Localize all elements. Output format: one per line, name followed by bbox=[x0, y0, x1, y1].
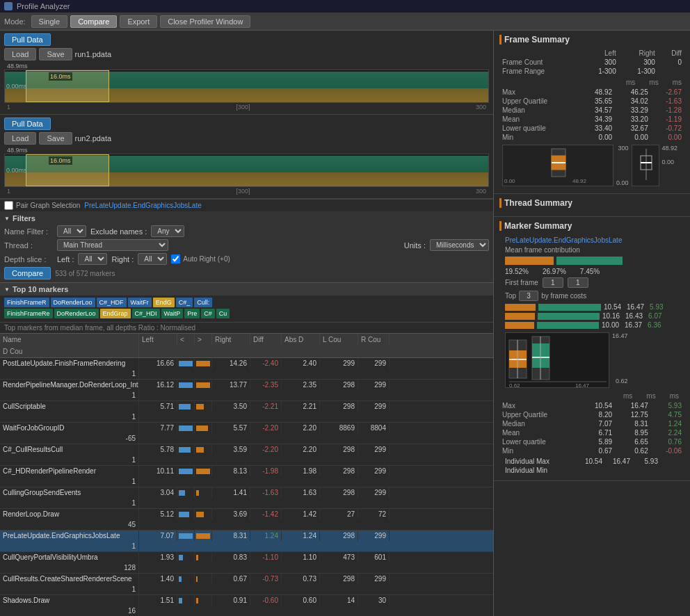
marker-tag-6[interactable]: C#_ bbox=[176, 298, 193, 307]
svg-text:0.00: 0.00 bbox=[504, 178, 515, 184]
marker-tag-11[interactable]: C#_HDI bbox=[132, 309, 160, 318]
table-row[interactable]: Shadows.Draw 1.51 0.91 -0.60 0.60 14 30 … bbox=[0, 595, 493, 616]
th-dcou: D Cou bbox=[0, 346, 139, 357]
run2-pull-data-button[interactable]: Pull Data bbox=[4, 117, 51, 130]
close-profiler-button[interactable]: Close Profiler Window bbox=[160, 15, 250, 28]
contrib-right-pct: 26.97% bbox=[543, 268, 566, 275]
pair-selection-checkbox[interactable] bbox=[4, 201, 13, 210]
cost-rows-container: 10.54 16.47 5.93 10.16 16.43 6.07 10.00 … bbox=[499, 302, 684, 330]
marker-tag-13[interactable]: Pre bbox=[184, 309, 200, 318]
frame-summary-label: Frame Summary bbox=[504, 35, 570, 44]
units-select[interactable]: Milliseconds bbox=[430, 239, 489, 251]
marker-summary-label: Marker Summary bbox=[504, 221, 572, 231]
title-bar: Profile Analyzer bbox=[0, 0, 690, 13]
marker-tag-14[interactable]: C# bbox=[201, 309, 215, 318]
marker-boxplot-large: 0.62 16.47 bbox=[505, 332, 609, 388]
cost-bar-left bbox=[505, 304, 536, 311]
by-frame-costs-label: by frame costs bbox=[541, 292, 586, 300]
mode-label: Mode: bbox=[4, 17, 26, 26]
pair-selection-checkbox-label[interactable]: Pair Graph Selection bbox=[4, 201, 80, 210]
marker-summary-section: Marker Summary PreLateUpdate.EndGraphics… bbox=[494, 217, 690, 481]
th-absd: Abs D bbox=[282, 334, 320, 346]
compare-tab[interactable]: Compare bbox=[70, 15, 117, 28]
table-row[interactable]: CullingGroupSendEvents 3.04 1.41 -1.63 1… bbox=[0, 487, 493, 509]
fs-ms-left: ms bbox=[626, 79, 635, 86]
auto-right-checkbox[interactable] bbox=[171, 254, 180, 264]
first-frame-row: First frame bbox=[499, 276, 684, 289]
table-row[interactable]: PostLateUpdate.FinishFrameRendering 16.6… bbox=[0, 358, 493, 380]
first-frame-label: First frame bbox=[505, 279, 538, 286]
table-row[interactable]: C#_HDRenderPipelineRender 10.11 8.13 -1.… bbox=[0, 466, 493, 487]
right-depth-select[interactable]: All bbox=[138, 253, 167, 265]
left-depth-label: Left : bbox=[57, 255, 74, 264]
filters-triangle-icon: ▼ bbox=[4, 216, 10, 222]
marker-count: 533 of 572 markers bbox=[55, 270, 115, 277]
frame-boxplot-right bbox=[632, 145, 659, 186]
marker-tag-3[interactable]: C#_HDF bbox=[97, 298, 127, 307]
filter-thread-row: Thread : Main Thread Units : Millisecond… bbox=[4, 239, 489, 251]
auto-right-label[interactable]: Auto Right (+0) bbox=[171, 254, 230, 264]
marker-name: PreLateUpdate.EndGraphicsJobsLate bbox=[499, 235, 684, 245]
cost-row: 10.54 16.47 5.93 bbox=[499, 302, 684, 311]
run2-save-button[interactable]: Save bbox=[39, 132, 72, 145]
individual-min-right bbox=[602, 467, 630, 474]
run1-pull-data-button[interactable]: Pull Data bbox=[4, 33, 51, 46]
marker-stat-row: Upper Quartile 8.20 12.75 4.75 bbox=[499, 410, 684, 419]
auto-right-text: Auto Right (+0) bbox=[183, 255, 230, 263]
mean-contribution: Mean frame contribution bbox=[499, 245, 684, 254]
table-row[interactable]: CullResults.CreateSharedRendererScene 1.… bbox=[0, 574, 493, 595]
marker-tag-10[interactable]: EndGrap bbox=[100, 309, 131, 318]
frame-count-diff: 0 bbox=[658, 58, 684, 67]
marker-tag-4[interactable]: WaitFr bbox=[128, 298, 152, 307]
table-row[interactable]: PreLateUpdate.EndGraphicsJobsLate 7.07 8… bbox=[0, 530, 493, 552]
individual-min-label: Individual Min bbox=[505, 467, 575, 474]
table-row[interactable]: RenderLoop.Draw 5.12 3.69 -1.42 1.42 27 … bbox=[0, 509, 493, 530]
top-label: Top bbox=[505, 292, 516, 300]
run1-load-button[interactable]: Load bbox=[4, 48, 36, 60]
compare-button[interactable]: Compare bbox=[4, 267, 51, 279]
run1-save-button[interactable]: Save bbox=[39, 48, 72, 60]
cost-bar-right bbox=[537, 322, 599, 329]
left-depth-select[interactable]: All bbox=[78, 253, 107, 265]
run1-filename: run1.pdata bbox=[75, 50, 112, 58]
name-filter-select[interactable]: All bbox=[57, 225, 86, 237]
marker-stat-row: Median 7.07 8.31 1.24 bbox=[499, 419, 684, 428]
frame-count-left: 300 bbox=[580, 58, 619, 67]
exclude-select[interactable]: Any bbox=[151, 225, 184, 237]
table-section[interactable]: Name Left < > Right Diff Abs D L Cou R C… bbox=[0, 334, 493, 616]
marker-bp-min: 0.62 bbox=[616, 378, 628, 384]
thread-select[interactable]: Main Thread bbox=[57, 239, 168, 251]
marker-tag-1[interactable]: FinishFrameR bbox=[4, 298, 49, 307]
marker-tag-15[interactable]: Cu bbox=[216, 309, 230, 318]
top-count-input[interactable] bbox=[519, 291, 538, 301]
filter-depth-row: Depth slice : Left : All Right : All Aut… bbox=[4, 253, 489, 265]
individual-max-label: Individual Max bbox=[505, 457, 575, 465]
marker-tag-5[interactable]: EndG bbox=[153, 298, 175, 307]
filter-name-row: Name Filter : All Exclude names : Any bbox=[4, 225, 489, 237]
first-frame-input-right[interactable] bbox=[568, 277, 588, 288]
table-row[interactable]: C#_CullResultsCull 5.78 3.59 -2.20 2.20 … bbox=[0, 444, 493, 466]
frame-stat-row: Lower quartile 33.40 32.67 -0.72 bbox=[499, 124, 684, 133]
first-frame-input[interactable] bbox=[543, 277, 563, 288]
top-markers-title: Top 10 markers bbox=[13, 285, 69, 293]
run2-load-button[interactable]: Load bbox=[4, 132, 36, 145]
marker-tag-8[interactable]: FinishFrameRe bbox=[4, 309, 53, 318]
run1-range-mid: [300] bbox=[236, 104, 250, 111]
single-tab[interactable]: Single bbox=[31, 15, 68, 28]
run2-filename: run2.pdata bbox=[75, 134, 112, 143]
marker-tag-9[interactable]: DoRenderLoo bbox=[54, 309, 99, 318]
fs-diff-header: Diff bbox=[658, 49, 684, 58]
table-row[interactable]: CullScriptable 5.71 3.50 -2.21 2.21 298 … bbox=[0, 401, 493, 423]
marker-tag-7[interactable]: Cull: bbox=[194, 298, 212, 307]
table-row[interactable]: RenderPipelineManager.DoRenderLoop_Inter… bbox=[0, 380, 493, 401]
marker-summary-title-bar bbox=[499, 221, 502, 231]
table-row[interactable]: CullQueryPortalVisibilityUmbra 1.93 0.83… bbox=[0, 552, 493, 574]
run2-range-end: 300 bbox=[476, 188, 486, 195]
export-tab[interactable]: Export bbox=[120, 15, 157, 28]
marker-tag-12[interactable]: WaitP bbox=[161, 309, 184, 318]
marker-bar-row-1: FinishFrameR DoRenderLoo C#_HDF WaitFr E… bbox=[4, 298, 489, 307]
fs-ms-diff: ms bbox=[673, 79, 682, 86]
marker-tag-2[interactable]: DoRenderLoo bbox=[51, 298, 95, 307]
th-lcou: L Cou bbox=[320, 334, 358, 346]
table-row[interactable]: WaitForJobGroupID 7.77 5.57 -2.20 2.20 8… bbox=[0, 423, 493, 444]
